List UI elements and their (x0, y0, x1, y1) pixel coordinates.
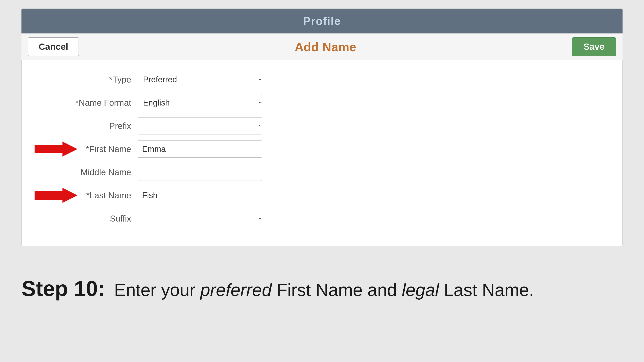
name-format-select[interactable]: English Chinese Japanese (138, 94, 262, 111)
step-instruction: Enter your preferred First Name and lega… (109, 280, 534, 300)
save-button[interactable]: Save (572, 37, 616, 56)
step-number: Step 10: (22, 276, 105, 301)
suffix-label: Suffix (39, 214, 138, 223)
page-wrapper: Profile Cancel Add Name Save *Type Prefe… (0, 0, 644, 362)
step-area: Step 10: Enter your preferred First Name… (0, 259, 644, 314)
type-select[interactable]: Preferred Legal (138, 71, 262, 88)
suffix-select[interactable]: Jr. Sr. II III (138, 210, 262, 227)
dialog-title: Profile (303, 15, 341, 27)
svg-marker-0 (34, 142, 78, 157)
prefix-label: Prefix (39, 121, 138, 131)
middle-name-input[interactable] (138, 164, 262, 181)
form-row-first-name: *First Name (22, 140, 622, 158)
dialog-header: Cancel Add Name Save (22, 33, 622, 60)
form-row-type: *Type Preferred Legal (22, 71, 622, 88)
dialog-titlebar: Profile (22, 8, 622, 33)
last-name-input[interactable] (138, 187, 262, 204)
form-row-prefix: Prefix Mr. Mrs. Ms. Dr. (22, 117, 622, 134)
first-name-arrow-indicator (34, 142, 78, 157)
svg-marker-1 (34, 188, 78, 203)
dialog-body: *Type Preferred Legal *Name Format Engli… (22, 60, 622, 246)
first-name-input[interactable] (138, 140, 262, 158)
dialog-header-title: Add Name (79, 40, 572, 54)
form-row-suffix: Suffix Jr. Sr. II III (22, 210, 622, 227)
cancel-button[interactable]: Cancel (28, 37, 79, 56)
middle-name-label: Middle Name (39, 167, 138, 177)
form-row-last-name: *Last Name (22, 187, 622, 204)
form-row-name-format: *Name Format English Chinese Japanese (22, 94, 622, 111)
prefix-select[interactable]: Mr. Mrs. Ms. Dr. (138, 117, 262, 134)
type-label: *Type (39, 75, 138, 84)
step-text: Step 10: Enter your preferred First Name… (22, 276, 622, 301)
dialog-container: Profile Cancel Add Name Save *Type Prefe… (22, 8, 622, 246)
form-row-middle-name: Middle Name (22, 164, 622, 181)
last-name-arrow-icon (34, 188, 78, 203)
name-format-label: *Name Format (39, 98, 138, 108)
first-name-arrow-icon (34, 142, 78, 157)
last-name-arrow-indicator (34, 188, 78, 203)
